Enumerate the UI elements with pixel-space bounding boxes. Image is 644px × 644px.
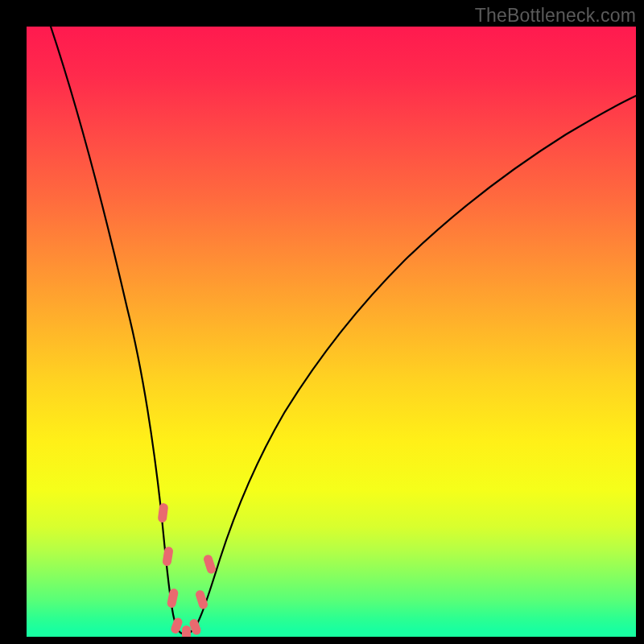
svg-rect-1 <box>162 546 174 566</box>
plot-area <box>27 27 636 637</box>
svg-rect-3 <box>170 617 184 635</box>
chart-frame: TheBottleneck.com <box>0 0 644 644</box>
watermark-text: TheBottleneck.com <box>475 5 636 27</box>
svg-rect-2 <box>167 588 180 609</box>
curve-layer <box>27 27 636 637</box>
bottleneck-curve <box>51 27 636 634</box>
svg-rect-4 <box>182 625 191 637</box>
svg-rect-7 <box>203 554 217 575</box>
svg-rect-0 <box>158 502 169 522</box>
